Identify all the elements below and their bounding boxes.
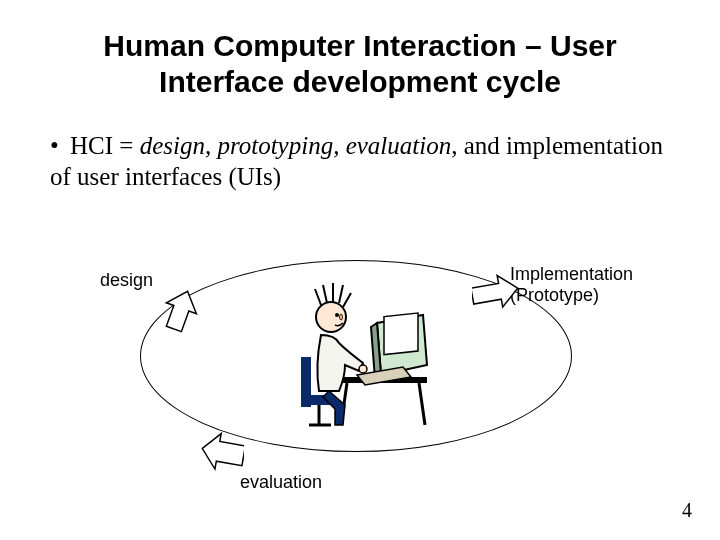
label-impl-line1: Implementation bbox=[510, 264, 633, 284]
svg-marker-2 bbox=[200, 431, 244, 474]
svg-marker-1 bbox=[472, 274, 520, 310]
person-computer-icon bbox=[285, 265, 435, 435]
slide-title: Human Computer Interaction – User Interf… bbox=[0, 0, 720, 100]
title-line-2: Interface development cycle bbox=[159, 65, 561, 98]
svg-line-15 bbox=[339, 285, 343, 303]
bullet-italic: design, prototyping, evaluation bbox=[140, 132, 452, 159]
svg-point-17 bbox=[335, 313, 339, 317]
title-line-1: Human Computer Interaction – User bbox=[103, 29, 616, 62]
label-evaluation: evaluation bbox=[240, 472, 322, 493]
label-implementation: Implementation (Prototype) bbox=[510, 264, 633, 305]
bullet-text: •HCI = design, prototyping, evaluation, … bbox=[0, 100, 720, 193]
svg-line-13 bbox=[323, 285, 327, 303]
bullet-marker: • bbox=[50, 130, 70, 161]
arrow-evaluation-icon bbox=[200, 430, 244, 474]
page-number: 4 bbox=[682, 499, 692, 522]
svg-line-5 bbox=[419, 383, 425, 425]
svg-line-16 bbox=[343, 293, 351, 307]
svg-point-19 bbox=[359, 365, 367, 373]
arrow-design-icon bbox=[160, 290, 200, 335]
svg-marker-0 bbox=[160, 290, 200, 334]
label-impl-line2: (Prototype) bbox=[510, 285, 599, 305]
arrow-implementation-icon bbox=[472, 274, 520, 310]
bullet-prefix: HCI = bbox=[70, 132, 140, 159]
svg-line-12 bbox=[315, 289, 321, 305]
svg-rect-6 bbox=[384, 313, 418, 355]
svg-point-18 bbox=[340, 314, 343, 320]
label-design: design bbox=[100, 270, 153, 291]
cycle-diagram: design Implementation (Prototype) evalua… bbox=[0, 240, 720, 540]
